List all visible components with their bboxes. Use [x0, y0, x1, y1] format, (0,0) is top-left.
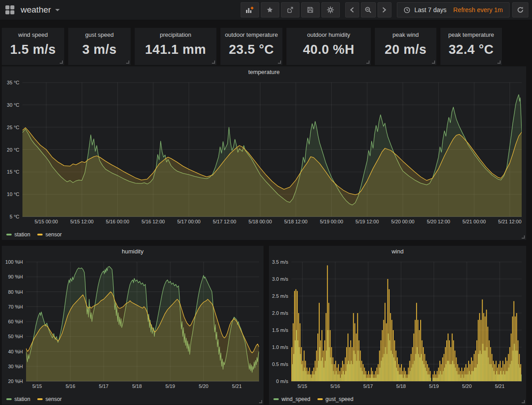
panel-resize-handle[interactable] [497, 61, 501, 64]
share-button[interactable] [281, 2, 299, 17]
svg-text:0.5 m/s: 0.5 m/s [272, 361, 289, 367]
svg-text:70 %H: 70 %H [8, 304, 23, 309]
save-icon [307, 6, 314, 13]
temperature-legend: stationsensor [6, 231, 62, 238]
humidity-panel-title[interactable]: humidity [2, 246, 264, 257]
panel-resize-handle[interactable] [259, 400, 262, 403]
panel-resize-handle[interactable] [432, 61, 435, 64]
stat-title: peak temperature [440, 31, 502, 38]
zoom-out-button[interactable] [361, 2, 376, 17]
share-icon [286, 6, 294, 13]
stat-value: 1.5 m/s [2, 42, 64, 57]
panel-resize-handle[interactable] [212, 61, 215, 64]
legend-dash [6, 398, 12, 400]
time-range-picker[interactable]: Last 7 days Refresh every 1m [397, 2, 510, 17]
wind-chart[interactable]: 5/155/165/175/185/195/205/210 m/s0.5 m/s… [269, 257, 526, 391]
stat-title: wind speed [2, 31, 64, 38]
svg-text:90 %H: 90 %H [8, 274, 23, 279]
svg-text:5/16 00:00: 5/16 00:00 [106, 219, 129, 224]
temperature-panel: temperature 5/15 00:005/15 12:005/16 00:… [2, 66, 526, 240]
stat-title: peak wind [375, 31, 436, 38]
dashboard-toolbar [241, 2, 340, 17]
legend-dash [37, 398, 43, 400]
legend-dash [6, 234, 12, 235]
humidity-chart[interactable]: 5/155/165/175/185/195/205/2120 %H30 %H40… [2, 257, 264, 391]
time-back-button[interactable] [345, 2, 359, 17]
refresh-icon [517, 6, 524, 13]
svg-text:5/20 00:00: 5/20 00:00 [391, 219, 414, 224]
legend-item-station[interactable]: station [6, 396, 30, 402]
panel-resize-handle[interactable] [126, 61, 129, 64]
stat-title: outdoor temperature [220, 31, 282, 38]
add-panel-button[interactable] [241, 2, 259, 17]
panel-resize-handle[interactable] [522, 400, 525, 403]
refresh-button[interactable] [512, 2, 528, 17]
svg-text:35 °C: 35 °C [7, 80, 19, 85]
stat-panel-outdoor-humidity[interactable]: outdoor humidity 40.0 %H [286, 28, 371, 65]
svg-text:5/18 12:00: 5/18 12:00 [284, 219, 308, 224]
stat-panel-peak-temperature[interactable]: peak temperature 32.4 °C [440, 28, 502, 65]
legend-dash [37, 234, 43, 235]
svg-text:5/15 00:00: 5/15 00:00 [35, 219, 58, 224]
legend-item-gust_speed[interactable]: gust_speed [317, 396, 353, 402]
stat-panel-peak-wind[interactable]: peak wind 20 m/s [375, 28, 436, 65]
stat-panel-precipitation[interactable]: precipitation 141.1 mm [135, 28, 216, 65]
panel-resize-handle[interactable] [60, 61, 63, 64]
svg-text:5/17: 5/17 [99, 383, 108, 389]
wind-panel: wind 5/155/165/175/185/195/205/210 m/s0.… [269, 246, 526, 405]
legend-item-sensor[interactable]: sensor [37, 231, 62, 238]
save-button[interactable] [301, 2, 320, 17]
svg-text:5/16: 5/16 [66, 383, 75, 389]
stat-title: outdoor humidity [286, 31, 371, 38]
stat-panel-wind-speed[interactable]: wind speed 1.5 m/s [2, 28, 64, 65]
svg-text:5/18: 5/18 [132, 383, 141, 389]
refresh-interval-label: Refresh every 1m [453, 6, 503, 13]
legend-item-sensor[interactable]: sensor [37, 396, 62, 402]
legend-label: sensor [45, 231, 62, 238]
gear-icon [327, 6, 334, 13]
svg-text:5/20: 5/20 [199, 383, 208, 389]
stat-value: 40.0 %H [286, 42, 371, 57]
dashboard-title[interactable]: weather [21, 5, 51, 15]
navbar: weather [0, 0, 532, 20]
legend-item-station[interactable]: station [6, 231, 30, 238]
legend-label: station [14, 231, 30, 238]
star-button[interactable] [261, 2, 279, 17]
chevron-down-icon[interactable] [55, 9, 60, 11]
stat-title: precipitation [135, 31, 216, 38]
svg-text:30 °C: 30 °C [7, 102, 19, 108]
svg-text:20 °C: 20 °C [7, 147, 19, 152]
svg-text:0 m/s: 0 m/s [276, 379, 288, 384]
svg-text:5/21: 5/21 [495, 383, 504, 389]
temperature-chart[interactable]: 5/15 00:005/15 12:005/16 00:005/16 12:00… [2, 78, 526, 226]
panel-resize-handle[interactable] [366, 61, 369, 64]
svg-text:3.0 m/s: 3.0 m/s [272, 276, 289, 282]
stat-panel-gust-speed[interactable]: gust speed 3 m/s [68, 28, 131, 65]
panel-resize-handle[interactable] [522, 235, 525, 239]
svg-text:5/18 00:00: 5/18 00:00 [249, 219, 272, 224]
svg-text:5/19 00:00: 5/19 00:00 [320, 219, 343, 224]
legend-dash [317, 398, 323, 400]
panel-resize-handle[interactable] [278, 61, 281, 64]
svg-text:5/17 12:00: 5/17 12:00 [213, 219, 236, 224]
svg-text:5/19: 5/19 [166, 383, 175, 389]
time-range-label: Last 7 days [414, 6, 447, 13]
legend-label: sensor [45, 396, 62, 402]
svg-text:5/21 12:00: 5/21 12:00 [498, 219, 522, 224]
stat-panel-outdoor-temperature[interactable]: outdoor temperature 23.5 °C [220, 28, 282, 65]
svg-text:30 %H: 30 %H [8, 364, 23, 369]
humidity-panel: humidity 5/155/165/175/185/195/205/2120 … [2, 246, 264, 405]
legend-dash [273, 398, 279, 400]
settings-button[interactable] [321, 2, 340, 17]
dashboard-content: wind speed 1.5 m/s gust speed 3 m/s prec… [0, 20, 532, 405]
grafana-logo[interactable] [5, 5, 14, 14]
temperature-panel-title[interactable]: temperature [2, 66, 526, 78]
svg-text:2.5 m/s: 2.5 m/s [272, 293, 289, 299]
svg-text:60 %H: 60 %H [8, 319, 23, 324]
legend-item-wind_speed[interactable]: wind_speed [273, 396, 310, 402]
zoom-out-icon [365, 6, 372, 13]
add-panel-icon [246, 6, 254, 13]
svg-text:5/15 12:00: 5/15 12:00 [70, 219, 93, 224]
wind-panel-title[interactable]: wind [269, 246, 526, 257]
time-forward-button[interactable] [378, 2, 391, 17]
